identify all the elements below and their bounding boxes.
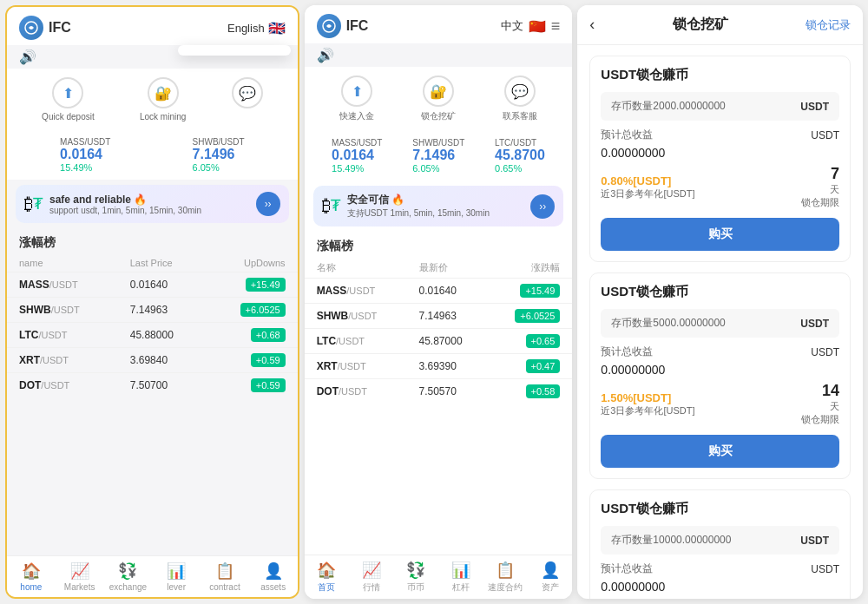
- mid-cell-change: +15.49: [489, 279, 573, 304]
- earnings-unit-3: USDT: [811, 563, 839, 575]
- days-unit-1: 天: [830, 183, 839, 196]
- right-panel-title: 锁仓挖矿: [673, 16, 728, 34]
- earnings-row-2: 预计总收益 USDT: [601, 345, 839, 359]
- left-nav-markets[interactable]: 📈 Markets: [61, 561, 99, 592]
- mid-cell-name: LTC/USDT: [305, 329, 407, 354]
- mid-table-row[interactable]: LTC/USDT 45.87000 +0.65: [305, 329, 573, 354]
- mid-action-deposit[interactable]: ⬆ 快速入金: [339, 76, 374, 122]
- left-table-row[interactable]: MASS/USDT 0.01640 +15.49: [7, 272, 298, 298]
- mid-price-shwb: SHWB/USDT 7.1496 6.05%: [412, 138, 464, 174]
- left-nav-markets-icon: 📈: [70, 561, 89, 581]
- left-cell-price: 7.14963: [118, 298, 207, 323]
- left-mining-icon: 🔐: [148, 77, 179, 108]
- left-logo-text: IFC: [49, 20, 71, 36]
- mid-banner-text: 安全可信 🔥 支持USDT 1min, 5min, 15min, 30min: [347, 193, 524, 220]
- mid-nav-lever[interactable]: 📊 杠杆: [442, 561, 480, 594]
- left-banner-arrow[interactable]: ››: [256, 192, 280, 216]
- left-deposit-icon: ⬆: [52, 77, 83, 108]
- mid-header: IFC 中文 🇨🇳 ≡: [305, 5, 573, 43]
- mid-section-title: 涨幅榜: [305, 232, 573, 258]
- left-action-support[interactable]: 💬: [232, 77, 263, 121]
- left-table-row[interactable]: XRT/USDT 3.69840 +0.59: [7, 348, 298, 373]
- mid-speaker-icon: 🔊: [317, 48, 334, 62]
- left-nav-markets-label: Markets: [64, 582, 95, 592]
- left-cell-change: +15.49: [207, 272, 298, 298]
- mid-cell-change: +6.0525: [489, 304, 573, 329]
- mid-nav-contract-label: 速度合约: [488, 581, 523, 594]
- left-lang-selector[interactable]: English 🇬🇧: [227, 20, 286, 36]
- mid-nav-assets-label: 资产: [542, 581, 559, 594]
- mid-change-mass: 15.49%: [332, 163, 364, 174]
- mid-lang-flag: 🇨🇳: [529, 18, 546, 35]
- left-table-row[interactable]: DOT/USDT 7.50700 +0.59: [7, 373, 298, 398]
- left-nav-contract[interactable]: 📋 contract: [206, 561, 244, 592]
- mid-cell-name: DOT/USDT: [305, 379, 407, 404]
- left-cell-change: +6.0525: [207, 298, 298, 323]
- right-sub-link[interactable]: 锁仓记录: [806, 17, 851, 33]
- left-nav-home-label: home: [20, 582, 42, 592]
- left-cell-name: MASS/USDT: [7, 272, 118, 298]
- mid-nav-assets-icon: 👤: [541, 561, 560, 580]
- mid-action-mining[interactable]: 🔐 锁仓挖矿: [421, 76, 456, 122]
- mid-cell-price: 45.87000: [407, 329, 489, 354]
- mid-nav-home-icon: 🏠: [317, 561, 336, 580]
- earnings-row-1: 预计总收益 USDT: [601, 128, 839, 142]
- earnings-value-3: 0.00000000: [601, 580, 839, 594]
- mid-table-row[interactable]: MASS/USDT 0.01640 +15.49: [305, 279, 573, 304]
- mid-price-mass: MASS/USDT 0.0164 15.49%: [332, 138, 382, 174]
- mining-field-deposit-1: 存币数量2000.00000000 USDT: [601, 92, 839, 121]
- mid-table-row[interactable]: SHWB/USDT 7.14963 +6.0525: [305, 304, 573, 329]
- mid-action-support[interactable]: 💬 联系客服: [503, 76, 537, 122]
- mid-logo-text: IFC: [346, 18, 369, 34]
- days-num-2: 14: [822, 382, 839, 400]
- buy-button-2[interactable]: 购买: [601, 435, 839, 468]
- lock-label-1: 锁仓期限: [801, 196, 839, 209]
- left-cell-price: 3.69840: [118, 348, 207, 373]
- mid-nav-assets[interactable]: 👤 资产: [531, 561, 569, 594]
- right-header: ‹ 锁仓挖矿 锁仓记录: [577, 5, 863, 45]
- mid-col-price: 最新价: [407, 258, 489, 279]
- right-back-button[interactable]: ‹: [589, 16, 595, 34]
- mid-nav-home-label: 首页: [318, 581, 335, 594]
- left-table-row[interactable]: SHWB/USDT 7.14963 +6.0525: [7, 298, 298, 323]
- left-val-mass: 0.0164: [60, 147, 102, 162]
- left-nav-home[interactable]: 🏠 home: [12, 561, 50, 592]
- left-nav-exchange[interactable]: 💱 exchange: [108, 561, 147, 592]
- days-unit-2: 天: [830, 400, 839, 413]
- mid-quick-actions: ⬆ 快速入金 🔐 锁仓挖矿 💬 联系客服: [305, 67, 573, 131]
- deposit-amount-1: 存币数量2000.00000000: [611, 99, 725, 114]
- earnings-value-2: 0.00000000: [601, 363, 839, 377]
- left-section-title: 涨幅榜: [7, 228, 298, 254]
- mid-nav-exchange-icon: 💱: [406, 561, 425, 580]
- buy-button-1[interactable]: 购买: [601, 218, 839, 251]
- left-nav-lever[interactable]: 📊 lever: [157, 561, 195, 592]
- left-table-row[interactable]: LTC/USDT 45.88000 +0.68: [7, 323, 298, 348]
- mid-cell-price: 0.01640: [407, 279, 489, 304]
- mining-field-deposit-2: 存币数量5000.00000000 USDT: [601, 309, 839, 338]
- left-action-deposit[interactable]: ⬆ Quick deposit: [42, 77, 95, 121]
- left-action-mining[interactable]: 🔐 Lock mining: [140, 77, 186, 121]
- mid-nav-home[interactable]: 🏠 首页: [307, 561, 345, 594]
- mid-banner-arrow[interactable]: ››: [530, 194, 555, 219]
- mid-logo: IFC: [317, 14, 369, 38]
- left-banner: ₿ ₮ safe and reliable 🔥 support usdt, 1m…: [16, 185, 289, 223]
- left-nav-assets[interactable]: 👤 assets: [254, 561, 293, 592]
- mid-support-label: 联系客服: [503, 110, 537, 122]
- mid-nav-exchange[interactable]: 💱 币币: [397, 561, 435, 594]
- mid-nav-markets[interactable]: 📈 行情: [352, 561, 391, 594]
- rate-row-1: 0.80%[USDT] 近3日参考年化[USDT] 7 天 锁仓期限: [601, 165, 839, 209]
- mid-nav-contract[interactable]: 📋 速度合约: [486, 561, 524, 594]
- mid-hamburger[interactable]: ≡: [551, 17, 561, 36]
- left-lang-text: English: [227, 22, 265, 35]
- left-cell-name: LTC/USDT: [7, 323, 118, 348]
- left-price-shwb: SHWB/USDT 7.1496 6.05%: [193, 137, 245, 173]
- rate-col-2: 1.50%[USDT] 近3日参考年化[USDT]: [601, 391, 694, 417]
- rate-row-2: 1.50%[USDT] 近3日参考年化[USDT] 14 天 锁仓期限: [601, 382, 839, 426]
- mid-table-row[interactable]: DOT/USDT 7.50570 +0.58: [305, 379, 573, 404]
- left-col-change: UpDowns: [207, 254, 298, 272]
- speaker-icon: 🔊: [19, 49, 36, 64]
- mid-pair-mass: MASS/USDT: [332, 138, 382, 148]
- mid-table-row[interactable]: XRT/USDT 3.69390 +0.47: [305, 354, 573, 379]
- left-bottom-nav: 🏠 home 📈 Markets 💱 exchange 📊 lever 📋 co…: [7, 555, 298, 597]
- mid-nav-markets-label: 行情: [363, 581, 380, 594]
